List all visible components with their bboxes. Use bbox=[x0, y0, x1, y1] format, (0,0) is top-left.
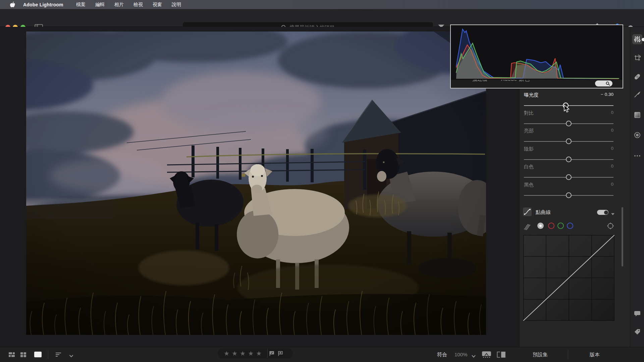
highlights-slider-track[interactable] bbox=[524, 141, 613, 142]
presets-button[interactable]: 預設集 bbox=[533, 352, 548, 358]
whites-slider-track[interactable] bbox=[524, 177, 613, 178]
menu-window[interactable]: 視窗 bbox=[153, 2, 162, 8]
filmstrip-toggle-icon[interactable] bbox=[482, 351, 491, 359]
rating-flag-pill: ★ ★ ★ ★ ★ bbox=[218, 348, 293, 359]
slider-shadows: 陰影 0 bbox=[524, 146, 613, 163]
contrast-slider-knob[interactable] bbox=[566, 121, 572, 126]
slider-value: 0 bbox=[611, 182, 613, 187]
slider-value: 0 bbox=[611, 164, 613, 169]
channel-luminance-button[interactable] bbox=[537, 223, 544, 229]
slider-label: 陰影 bbox=[524, 146, 534, 152]
apple-menu-icon[interactable] bbox=[10, 1, 15, 8]
slider-label: 對比 bbox=[524, 110, 534, 116]
sort-chevron-down-icon[interactable] bbox=[69, 353, 73, 359]
macos-menu-bar: Adobe Lightroom 檔案 編輯 相片 檢視 視窗 說明 bbox=[0, 0, 644, 9]
blacks-slider-knob[interactable] bbox=[566, 192, 572, 198]
slider-value: 0 bbox=[611, 146, 613, 151]
menu-view[interactable]: 檢視 bbox=[133, 2, 143, 8]
star-icon[interactable]: ★ bbox=[224, 350, 229, 357]
versions-button[interactable]: 版本 bbox=[590, 352, 600, 358]
radial-gradient-icon[interactable] bbox=[634, 131, 641, 139]
zoom-fit-label[interactable]: 符合 bbox=[437, 352, 447, 358]
slider-label: 白色 bbox=[524, 164, 534, 170]
contrast-slider-track[interactable] bbox=[524, 123, 613, 124]
sort-icon[interactable] bbox=[56, 352, 61, 358]
slider-label: 亮部 bbox=[524, 128, 534, 134]
star-icon[interactable]: ★ bbox=[232, 350, 237, 357]
panel-scrollbar[interactable] bbox=[622, 207, 623, 266]
square-grid-view-icon[interactable] bbox=[20, 352, 26, 359]
zoom-percent-value[interactable]: 100% bbox=[454, 352, 467, 357]
tone-curve-title: 點曲線 bbox=[536, 209, 551, 216]
mouse-cursor bbox=[564, 105, 570, 115]
tone-curve-toggle[interactable] bbox=[597, 210, 608, 215]
menu-photo[interactable]: 相片 bbox=[114, 2, 124, 8]
channel-green-button[interactable] bbox=[557, 223, 564, 229]
bottom-toolbar: ★ ★ ★ ★ ★ 符合 100% 預設集 版本 bbox=[0, 347, 644, 362]
menu-file[interactable]: 檔案 bbox=[76, 2, 86, 8]
crop-rotate-icon[interactable] bbox=[634, 54, 641, 62]
slider-label: 黑色 bbox=[524, 182, 534, 188]
before-after-icon[interactable] bbox=[497, 352, 506, 359]
menu-app-name[interactable]: Adobe Lightroom bbox=[23, 2, 63, 7]
lightroom-app-window: Adobe Lightroom 檔案 編輯 相片 檢視 視窗 說明 bbox=[0, 0, 644, 362]
edit-sliders-icon[interactable] bbox=[634, 36, 641, 43]
slider-blacks: 黑色 0 bbox=[524, 182, 613, 199]
divider bbox=[568, 350, 568, 360]
tool-rail bbox=[630, 27, 644, 347]
shadows-slider-knob[interactable] bbox=[566, 157, 572, 162]
profile-browse-button[interactable] bbox=[595, 80, 612, 86]
slider-whites: 白色 0 bbox=[524, 164, 613, 181]
rgb-histogram bbox=[451, 25, 623, 80]
tone-curve-chevron-down-icon[interactable] bbox=[611, 211, 615, 217]
photo-grid-view-icon[interactable] bbox=[9, 352, 15, 359]
star-icon[interactable]: ★ bbox=[240, 350, 246, 357]
shadows-slider-track[interactable] bbox=[524, 159, 613, 160]
profile-row: 描述檔 Adobe 顏色 bbox=[451, 80, 623, 88]
comments-icon[interactable] bbox=[634, 310, 641, 317]
channel-blue-button[interactable] bbox=[567, 223, 573, 229]
divider bbox=[48, 350, 48, 359]
histogram-popup[interactable]: 描述檔 Adobe 顏色 bbox=[450, 24, 623, 88]
slider-value: 0 bbox=[611, 110, 613, 115]
flag-pick-icon[interactable] bbox=[269, 351, 275, 356]
profile-value: Adobe 顏色 bbox=[501, 80, 530, 82]
menu-edit[interactable]: 編輯 bbox=[95, 2, 105, 8]
slider-label: 曝光度 bbox=[524, 92, 539, 98]
zoom-chevron-down-icon[interactable] bbox=[471, 353, 476, 359]
healing-brush-icon[interactable] bbox=[634, 73, 641, 80]
photo-canvas bbox=[0, 27, 519, 347]
keywords-tag-icon[interactable] bbox=[634, 328, 641, 336]
profile-label: 描述檔 bbox=[472, 80, 487, 82]
star-icon[interactable]: ★ bbox=[248, 350, 254, 357]
whites-slider-knob[interactable] bbox=[566, 174, 572, 180]
tone-curve-icon[interactable] bbox=[523, 207, 532, 216]
menu-help[interactable]: 說明 bbox=[172, 2, 181, 8]
divider bbox=[267, 349, 268, 358]
slider-value: 0 bbox=[611, 128, 613, 133]
active-panel-notch bbox=[642, 38, 644, 41]
parametric-curves-icon[interactable] bbox=[523, 222, 532, 230]
detail-view-icon[interactable] bbox=[34, 352, 42, 357]
magnifier-icon bbox=[606, 81, 610, 86]
more-tools-icon[interactable] bbox=[634, 152, 641, 160]
blacks-slider-track[interactable] bbox=[524, 195, 613, 196]
tone-curve-grid[interactable] bbox=[523, 235, 614, 321]
flag-reject-icon[interactable] bbox=[278, 351, 283, 356]
star-icon[interactable]: ★ bbox=[256, 350, 262, 357]
brush-icon[interactable] bbox=[634, 91, 641, 98]
highlights-slider-knob[interactable] bbox=[566, 138, 572, 144]
targeted-adjustment-icon[interactable] bbox=[607, 222, 614, 231]
channel-red-button[interactable] bbox=[548, 223, 554, 229]
slider-value: − 0.30 bbox=[601, 92, 613, 97]
photo-sheep-at-dusk[interactable] bbox=[26, 32, 486, 335]
slider-highlights: 亮部 0 bbox=[524, 128, 613, 145]
linear-gradient-icon[interactable] bbox=[634, 111, 641, 119]
